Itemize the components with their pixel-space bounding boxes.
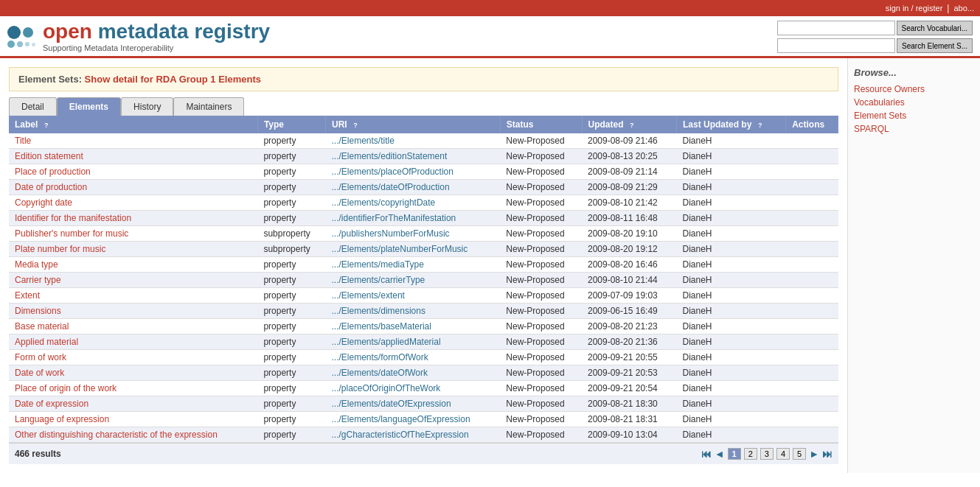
cell-uri[interactable]: .../Elements/mediaType	[326, 257, 501, 273]
cell-uri[interactable]: .../Elements/dimensions	[326, 304, 501, 319]
cell-label[interactable]: Form of work	[9, 350, 257, 365]
cell-uri[interactable]: .../Elements/dateOfExpression	[326, 396, 501, 412]
cell-updated: 2009-09-21 20:53	[582, 365, 677, 381]
cell-uri[interactable]: .../gCharacteristicOfTheExpression	[326, 427, 501, 443]
cell-uri[interactable]: .../Elements/extent	[326, 288, 501, 304]
cell-label[interactable]: Applied material	[9, 334, 257, 350]
cell-label[interactable]: Identifier for the manifestation	[9, 211, 257, 226]
table-row: Edition statement property .../Elements/…	[9, 149, 838, 164]
page-3-button[interactable]: 3	[760, 448, 774, 460]
cell-label[interactable]: Date of expression	[9, 396, 257, 412]
cell-label[interactable]: Language of expression	[9, 412, 257, 427]
cell-label[interactable]: Media type	[9, 257, 257, 273]
cell-updated: 2009-08-20 21:36	[582, 334, 677, 350]
cell-label[interactable]: Extent	[9, 288, 257, 304]
content: Element Sets: Show detail for RDA Group …	[0, 58, 847, 473]
label-help-icon[interactable]: ?	[42, 121, 51, 130]
first-page-button[interactable]: ⏮	[701, 448, 712, 460]
about-link[interactable]: abo...	[953, 4, 974, 13]
search-elements-input[interactable]	[777, 38, 895, 53]
cell-actions	[786, 334, 838, 350]
sidebar-title: Browse...	[854, 67, 974, 78]
signin-link[interactable]: sign in / register	[886, 4, 943, 13]
logo-circle-2	[23, 27, 33, 38]
cell-uri[interactable]: .../Elements/dateOfWork	[326, 365, 501, 381]
lastupdated-help-icon[interactable]: ?	[756, 121, 765, 130]
tab-maintainers[interactable]: Maintainers	[173, 97, 244, 116]
cell-label[interactable]: Date of work	[9, 365, 257, 381]
last-page-button[interactable]: ⏭	[822, 448, 833, 460]
topbar: sign in / register | abo...	[0, 0, 980, 16]
cell-label[interactable]: Base material	[9, 319, 257, 334]
cell-actions	[786, 242, 838, 257]
cell-uri[interactable]: .../Elements/placeOfProduction	[326, 164, 501, 180]
cell-type: property	[257, 381, 325, 396]
cell-label[interactable]: Carrier type	[9, 273, 257, 288]
table-row: Title property .../Elements/title New-Pr…	[9, 133, 838, 149]
cell-label[interactable]: Place of production	[9, 164, 257, 180]
cell-status: New-Proposed	[500, 334, 582, 350]
cell-actions	[786, 288, 838, 304]
cell-uri[interactable]: .../placeOfOriginOfTheWork	[326, 381, 501, 396]
cell-type: property	[257, 164, 325, 180]
prev-page-button[interactable]: ◄	[715, 448, 725, 460]
cell-uri[interactable]: .../Elements/copyrightDate	[326, 195, 501, 211]
cell-updated: 2009-09-21 20:55	[582, 350, 677, 365]
cell-label[interactable]: Publisher's number for music	[9, 226, 257, 242]
cell-status: New-Proposed	[500, 288, 582, 304]
cell-label[interactable]: Title	[9, 133, 257, 149]
cell-lastupdated: DianeH	[677, 273, 786, 288]
cell-label[interactable]: Edition statement	[9, 149, 257, 164]
cell-uri[interactable]: .../Elements/title	[326, 133, 501, 149]
cell-uri[interactable]: .../identifierForTheManifestation	[326, 211, 501, 226]
table-row: Dimensions property .../Elements/dimensi…	[9, 304, 838, 319]
logo-circle-3	[7, 41, 15, 48]
cell-uri[interactable]: .../Elements/appliedMaterial	[326, 334, 501, 350]
cell-status: New-Proposed	[500, 273, 582, 288]
cell-label[interactable]: Place of origin of the work	[9, 381, 257, 396]
cell-label[interactable]: Dimensions	[9, 304, 257, 319]
cell-status: New-Proposed	[500, 180, 582, 195]
sidebar-link-sparql[interactable]: SPARQL	[854, 124, 889, 134]
page-5-button[interactable]: 5	[793, 448, 806, 460]
cell-label[interactable]: Other distinguishing characteristic of t…	[9, 427, 257, 443]
search-vocabularies-button[interactable]: Search Vocabulari...	[897, 21, 973, 35]
next-page-button[interactable]: ►	[809, 448, 819, 460]
search-elements-button[interactable]: Search Element S...	[897, 38, 973, 53]
table-row: Copyright date property .../Elements/cop…	[9, 195, 838, 211]
cell-type: property	[257, 211, 325, 226]
cell-uri[interactable]: .../Elements/baseMaterial	[326, 319, 501, 334]
cell-updated: 2009-08-10 21:44	[582, 273, 677, 288]
cell-uri[interactable]: .../Elements/languageOfExpression	[326, 412, 501, 427]
uri-help-icon[interactable]: ?	[351, 121, 360, 130]
cell-uri[interactable]: .../Elements/dateOfProduction	[326, 180, 501, 195]
cell-updated: 2009-08-20 21:23	[582, 319, 677, 334]
cell-updated: 2009-09-21 20:54	[582, 381, 677, 396]
sidebar-link-element-sets[interactable]: Element Sets	[854, 111, 906, 121]
cell-uri[interactable]: .../Elements/formOfWork	[326, 350, 501, 365]
page-1-button[interactable]: 1	[728, 448, 741, 460]
page-4-button[interactable]: 4	[776, 448, 790, 460]
logo-subtitle: Supporting Metadata Interoperability	[43, 43, 270, 52]
page-2-button[interactable]: 2	[744, 448, 757, 460]
cell-status: New-Proposed	[500, 195, 582, 211]
cell-uri[interactable]: .../Elements/carrierType	[326, 273, 501, 288]
search-vocabularies-input[interactable]	[777, 21, 895, 35]
sidebar-item-resource-owners: Resource Owners	[854, 84, 974, 94]
cell-type: property	[257, 427, 325, 443]
sidebar-link-vocabularies[interactable]: Vocabularies	[854, 97, 905, 108]
cell-status: New-Proposed	[500, 133, 582, 149]
cell-label[interactable]: Copyright date	[9, 195, 257, 211]
tab-elements[interactable]: Elements	[57, 97, 121, 116]
cell-label[interactable]: Plate number for music	[9, 242, 257, 257]
cell-label[interactable]: Date of production	[9, 180, 257, 195]
cell-uri[interactable]: .../publishersNumberForMusic	[326, 226, 501, 242]
cell-uri[interactable]: .../Elements/plateNumberForMusic	[326, 242, 501, 257]
sidebar-link-resource-owners[interactable]: Resource Owners	[854, 84, 925, 94]
cell-lastupdated: DianeH	[677, 350, 786, 365]
tab-detail[interactable]: Detail	[9, 97, 57, 116]
tab-history[interactable]: History	[121, 97, 173, 116]
updated-help-icon[interactable]: ?	[628, 121, 636, 130]
cell-uri[interactable]: .../Elements/editionStatement	[326, 149, 501, 164]
cell-actions	[786, 195, 838, 211]
